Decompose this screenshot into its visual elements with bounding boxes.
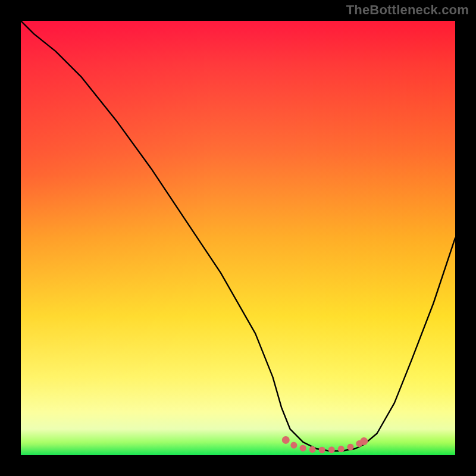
bottom-marker-group: [282, 436, 368, 450]
bottleneck-curve-path: [21, 21, 455, 451]
plot-area: [21, 21, 455, 455]
chart-frame: TheBottleneck.com: [0, 0, 476, 476]
bottom-marker-cap: [282, 436, 290, 444]
watermark-text: TheBottleneck.com: [346, 2, 469, 18]
bottom-marker-path: [286, 440, 364, 450]
chart-svg: [21, 21, 455, 455]
bottom-marker-cap: [360, 437, 368, 445]
